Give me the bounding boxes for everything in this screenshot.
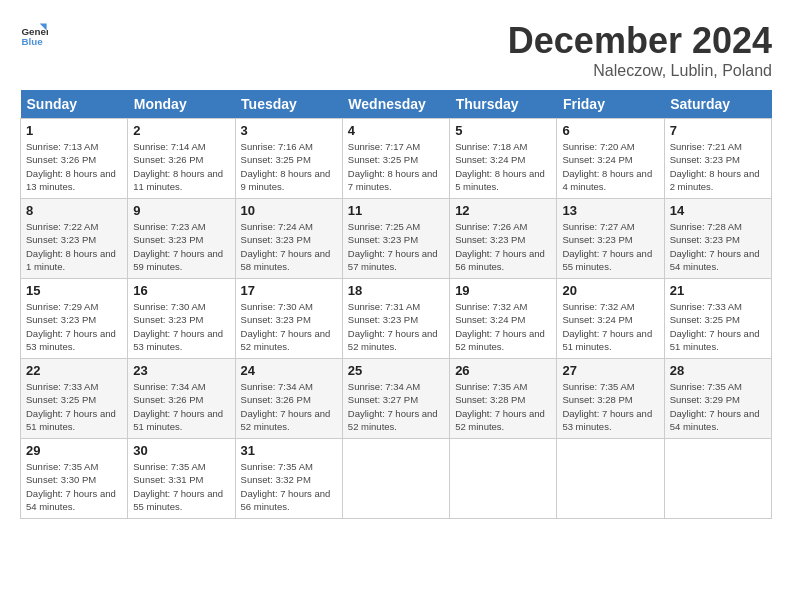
calendar-cell: 25Sunrise: 7:34 AMSunset: 3:27 PMDayligh… — [342, 359, 449, 439]
day-number: 9 — [133, 203, 229, 218]
calendar-cell: 28Sunrise: 7:35 AMSunset: 3:29 PMDayligh… — [664, 359, 771, 439]
day-number: 14 — [670, 203, 766, 218]
calendar-cell: 18Sunrise: 7:31 AMSunset: 3:23 PMDayligh… — [342, 279, 449, 359]
day-number: 23 — [133, 363, 229, 378]
calendar-cell: 23Sunrise: 7:34 AMSunset: 3:26 PMDayligh… — [128, 359, 235, 439]
calendar-cell: 15Sunrise: 7:29 AMSunset: 3:23 PMDayligh… — [21, 279, 128, 359]
cell-info: Sunrise: 7:35 AMSunset: 3:30 PMDaylight:… — [26, 461, 116, 512]
logo-icon: General Blue — [20, 20, 48, 48]
cell-info: Sunrise: 7:35 AMSunset: 3:28 PMDaylight:… — [562, 381, 652, 432]
cell-info: Sunrise: 7:25 AMSunset: 3:23 PMDaylight:… — [348, 221, 438, 272]
calendar-cell — [557, 439, 664, 519]
calendar-cell: 6Sunrise: 7:20 AMSunset: 3:24 PMDaylight… — [557, 119, 664, 199]
week-row-3: 15Sunrise: 7:29 AMSunset: 3:23 PMDayligh… — [21, 279, 772, 359]
calendar-cell: 26Sunrise: 7:35 AMSunset: 3:28 PMDayligh… — [450, 359, 557, 439]
calendar-cell: 4Sunrise: 7:17 AMSunset: 3:25 PMDaylight… — [342, 119, 449, 199]
cell-info: Sunrise: 7:23 AMSunset: 3:23 PMDaylight:… — [133, 221, 223, 272]
day-number: 10 — [241, 203, 337, 218]
calendar-cell: 5Sunrise: 7:18 AMSunset: 3:24 PMDaylight… — [450, 119, 557, 199]
month-title: December 2024 — [508, 20, 772, 62]
calendar-cell: 20Sunrise: 7:32 AMSunset: 3:24 PMDayligh… — [557, 279, 664, 359]
calendar-cell: 27Sunrise: 7:35 AMSunset: 3:28 PMDayligh… — [557, 359, 664, 439]
weekday-header-monday: Monday — [128, 90, 235, 119]
calendar-cell: 22Sunrise: 7:33 AMSunset: 3:25 PMDayligh… — [21, 359, 128, 439]
day-number: 20 — [562, 283, 658, 298]
cell-info: Sunrise: 7:35 AMSunset: 3:31 PMDaylight:… — [133, 461, 223, 512]
day-number: 28 — [670, 363, 766, 378]
logo: General Blue — [20, 20, 48, 48]
week-row-4: 22Sunrise: 7:33 AMSunset: 3:25 PMDayligh… — [21, 359, 772, 439]
cell-info: Sunrise: 7:26 AMSunset: 3:23 PMDaylight:… — [455, 221, 545, 272]
day-number: 7 — [670, 123, 766, 138]
calendar-cell: 2Sunrise: 7:14 AMSunset: 3:26 PMDaylight… — [128, 119, 235, 199]
weekday-header-saturday: Saturday — [664, 90, 771, 119]
cell-info: Sunrise: 7:24 AMSunset: 3:23 PMDaylight:… — [241, 221, 331, 272]
cell-info: Sunrise: 7:32 AMSunset: 3:24 PMDaylight:… — [455, 301, 545, 352]
cell-info: Sunrise: 7:33 AMSunset: 3:25 PMDaylight:… — [26, 381, 116, 432]
cell-info: Sunrise: 7:33 AMSunset: 3:25 PMDaylight:… — [670, 301, 760, 352]
day-number: 3 — [241, 123, 337, 138]
calendar-cell — [342, 439, 449, 519]
day-number: 4 — [348, 123, 444, 138]
cell-info: Sunrise: 7:22 AMSunset: 3:23 PMDaylight:… — [26, 221, 116, 272]
day-number: 16 — [133, 283, 229, 298]
calendar-cell: 24Sunrise: 7:34 AMSunset: 3:26 PMDayligh… — [235, 359, 342, 439]
calendar-cell: 16Sunrise: 7:30 AMSunset: 3:23 PMDayligh… — [128, 279, 235, 359]
day-number: 26 — [455, 363, 551, 378]
calendar-cell: 13Sunrise: 7:27 AMSunset: 3:23 PMDayligh… — [557, 199, 664, 279]
day-number: 2 — [133, 123, 229, 138]
calendar-cell: 31Sunrise: 7:35 AMSunset: 3:32 PMDayligh… — [235, 439, 342, 519]
calendar-cell: 1Sunrise: 7:13 AMSunset: 3:26 PMDaylight… — [21, 119, 128, 199]
day-number: 27 — [562, 363, 658, 378]
page-header: General Blue December 2024 Naleczow, Lub… — [20, 20, 772, 80]
cell-info: Sunrise: 7:30 AMSunset: 3:23 PMDaylight:… — [133, 301, 223, 352]
day-number: 29 — [26, 443, 122, 458]
day-number: 8 — [26, 203, 122, 218]
cell-info: Sunrise: 7:29 AMSunset: 3:23 PMDaylight:… — [26, 301, 116, 352]
calendar-cell: 14Sunrise: 7:28 AMSunset: 3:23 PMDayligh… — [664, 199, 771, 279]
day-number: 11 — [348, 203, 444, 218]
cell-info: Sunrise: 7:32 AMSunset: 3:24 PMDaylight:… — [562, 301, 652, 352]
calendar-cell: 29Sunrise: 7:35 AMSunset: 3:30 PMDayligh… — [21, 439, 128, 519]
calendar-cell: 19Sunrise: 7:32 AMSunset: 3:24 PMDayligh… — [450, 279, 557, 359]
cell-info: Sunrise: 7:18 AMSunset: 3:24 PMDaylight:… — [455, 141, 545, 192]
cell-info: Sunrise: 7:28 AMSunset: 3:23 PMDaylight:… — [670, 221, 760, 272]
calendar-cell — [450, 439, 557, 519]
calendar-cell: 12Sunrise: 7:26 AMSunset: 3:23 PMDayligh… — [450, 199, 557, 279]
location: Naleczow, Lublin, Poland — [508, 62, 772, 80]
cell-info: Sunrise: 7:16 AMSunset: 3:25 PMDaylight:… — [241, 141, 331, 192]
calendar-cell: 30Sunrise: 7:35 AMSunset: 3:31 PMDayligh… — [128, 439, 235, 519]
day-number: 15 — [26, 283, 122, 298]
calendar-cell — [664, 439, 771, 519]
day-number: 31 — [241, 443, 337, 458]
cell-info: Sunrise: 7:20 AMSunset: 3:24 PMDaylight:… — [562, 141, 652, 192]
week-row-2: 8Sunrise: 7:22 AMSunset: 3:23 PMDaylight… — [21, 199, 772, 279]
week-row-1: 1Sunrise: 7:13 AMSunset: 3:26 PMDaylight… — [21, 119, 772, 199]
day-number: 17 — [241, 283, 337, 298]
day-number: 21 — [670, 283, 766, 298]
day-number: 22 — [26, 363, 122, 378]
week-row-5: 29Sunrise: 7:35 AMSunset: 3:30 PMDayligh… — [21, 439, 772, 519]
title-block: December 2024 Naleczow, Lublin, Poland — [508, 20, 772, 80]
cell-info: Sunrise: 7:17 AMSunset: 3:25 PMDaylight:… — [348, 141, 438, 192]
cell-info: Sunrise: 7:14 AMSunset: 3:26 PMDaylight:… — [133, 141, 223, 192]
calendar-cell: 21Sunrise: 7:33 AMSunset: 3:25 PMDayligh… — [664, 279, 771, 359]
weekday-header-thursday: Thursday — [450, 90, 557, 119]
day-number: 6 — [562, 123, 658, 138]
weekday-header-sunday: Sunday — [21, 90, 128, 119]
calendar-cell: 8Sunrise: 7:22 AMSunset: 3:23 PMDaylight… — [21, 199, 128, 279]
calendar-header-row: SundayMondayTuesdayWednesdayThursdayFrid… — [21, 90, 772, 119]
svg-text:Blue: Blue — [21, 36, 43, 47]
weekday-header-friday: Friday — [557, 90, 664, 119]
cell-info: Sunrise: 7:27 AMSunset: 3:23 PMDaylight:… — [562, 221, 652, 272]
calendar-cell: 9Sunrise: 7:23 AMSunset: 3:23 PMDaylight… — [128, 199, 235, 279]
day-number: 24 — [241, 363, 337, 378]
day-number: 13 — [562, 203, 658, 218]
day-number: 1 — [26, 123, 122, 138]
cell-info: Sunrise: 7:35 AMSunset: 3:29 PMDaylight:… — [670, 381, 760, 432]
weekday-header-tuesday: Tuesday — [235, 90, 342, 119]
cell-info: Sunrise: 7:34 AMSunset: 3:26 PMDaylight:… — [133, 381, 223, 432]
day-number: 25 — [348, 363, 444, 378]
cell-info: Sunrise: 7:34 AMSunset: 3:27 PMDaylight:… — [348, 381, 438, 432]
cell-info: Sunrise: 7:31 AMSunset: 3:23 PMDaylight:… — [348, 301, 438, 352]
